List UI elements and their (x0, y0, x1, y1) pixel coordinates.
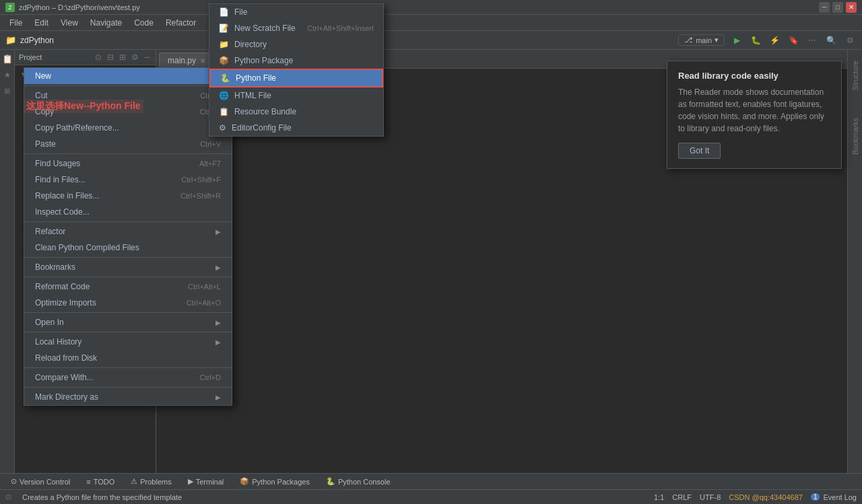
sub-new-scratch[interactable]: 📝 New Scratch File Ctrl+Alt+Shift+Insert (209, 20, 383, 36)
vcs-icon: ⊙ (11, 477, 17, 486)
ctx-refactor-arrow: ▶ (216, 228, 221, 236)
collapse-all-button[interactable]: ⊟ (106, 52, 115, 63)
python-console-icon: 🐍 (326, 477, 335, 486)
sub-resource-label: Resource Bundle (234, 107, 296, 116)
bottom-tab-terminal[interactable]: ▶ Terminal (181, 476, 231, 487)
ctx-paste[interactable]: Paste Ctrl+V (24, 136, 232, 152)
sub-html-file[interactable]: 🌐 HTML File (209, 87, 383, 104)
tab-main-py[interactable]: main.py ✕ (159, 52, 214, 68)
ctx-cut[interactable]: Cut Ctrl+X (24, 87, 232, 104)
branch-selector[interactable]: ⎇ main ▾ (678, 34, 725, 46)
bottom-tab-todo[interactable]: ≡ TODO (79, 476, 121, 487)
search-everywhere-button[interactable]: 🔍 (824, 34, 838, 47)
ctx-clean-compiled[interactable]: Clean Python Compiled Files (24, 240, 232, 256)
ctx-find-in-files[interactable]: Find in Files... Ctrl+Shift+F (24, 172, 232, 188)
bookmarks-tab[interactable]: Bookmarks (850, 112, 861, 160)
ctx-compare-shortcut: Ctrl+D (200, 373, 221, 382)
ctx-paste-label: Paste (35, 139, 56, 149)
project-folder-icon: 📁 (5, 35, 16, 45)
ctx-mark-directory[interactable]: Mark Directory as ▶ (24, 389, 232, 405)
menu-refactor[interactable]: Refactor (160, 17, 201, 29)
bottom-tab-vcs[interactable]: ⊙ Version Control (4, 476, 77, 487)
settings-button[interactable]: ⚙ (843, 34, 857, 47)
reader-popup-body: The Reader mode shows documentation as f… (678, 86, 830, 135)
package-icon: 📦 (219, 56, 229, 65)
watermark-text: CSDN @qq:43404687 (729, 493, 803, 501)
app-icon: Z (5, 3, 15, 12)
line-ending[interactable]: CRLF (672, 493, 692, 501)
sub-directory[interactable]: 📁 Directory (209, 36, 383, 52)
ctx-compare-with[interactable]: Compare With... Ctrl+D (24, 369, 232, 386)
locate-button[interactable]: ⊙ (94, 52, 103, 63)
bottom-tabs-bar: ⊙ Version Control ≡ TODO ⚠ Problems ▶ Te… (0, 473, 862, 489)
panel-toolbar: ⊙ ⊟ ⊞ ⚙ ─ (94, 52, 152, 63)
todo-icon: ≡ (86, 478, 90, 486)
bottom-tab-problems[interactable]: ⚠ Problems (124, 476, 178, 487)
branch-name: main (696, 36, 712, 44)
sub-editorconfig[interactable]: ⚙ EditorConfig File (209, 120, 383, 136)
sub-python-file[interactable]: 🐍 Python File (209, 69, 383, 87)
menu-file[interactable]: File (4, 17, 28, 29)
bottom-tab-python-packages[interactable]: 📦 Python Packages (233, 476, 317, 487)
directory-icon: 📁 (219, 40, 229, 49)
menu-edit[interactable]: Edit (29, 17, 54, 29)
panel-close-button[interactable]: ─ (143, 52, 152, 63)
project-sidebar-icon[interactable]: 📋 (1, 52, 13, 65)
event-log-area[interactable]: 1 Event Log (811, 493, 857, 501)
encoding[interactable]: UTF-8 (700, 493, 721, 501)
ctx-reformat[interactable]: Reformat Code Ctrl+Alt+L (24, 279, 232, 295)
ctx-replace-in-files[interactable]: Replace in Files... Ctrl+Shift+R (24, 188, 232, 204)
tab-main-close[interactable]: ✕ (200, 57, 205, 65)
ctx-inspect-code[interactable]: Inspect Code... (24, 204, 232, 220)
favorites-sidebar-icon[interactable]: ★ (1, 69, 13, 81)
sub-directory-label: Directory (234, 40, 267, 49)
status-text: Creates a Python file from the specified… (22, 493, 182, 501)
project-header: 📁 zdPython ⎇ main ▾ ▶ 🐛 ⚡ 🔖 ⋯ 🔍 ⚙ (0, 31, 862, 50)
got-it-button[interactable]: Got It (678, 143, 721, 159)
ctx-copy[interactable]: Copy Ctrl+C (24, 104, 232, 120)
window-controls: ─ □ ✕ (819, 2, 857, 13)
sub-python-package[interactable]: 📦 Python Package (209, 52, 383, 69)
ctx-copy-path[interactable]: Copy Path/Reference... (24, 120, 232, 136)
more-tools-button[interactable]: ⋯ (805, 34, 819, 47)
ctx-find-usages[interactable]: Find Usages Alt+F7 (24, 155, 232, 172)
run-button[interactable]: ▶ (730, 34, 743, 47)
new-submenu: 📄 File 📝 New Scratch File Ctrl+Alt+Shift… (209, 3, 384, 137)
sub-editorconfig-label: EditorConfig File (232, 123, 292, 133)
menu-code[interactable]: Code (129, 17, 159, 29)
close-button[interactable]: ✕ (846, 2, 857, 13)
sub-scratch-shortcut: Ctrl+Alt+Shift+Insert (307, 24, 374, 32)
structure-sidebar-icon[interactable]: ⊞ (1, 85, 13, 97)
ctx-sep-1 (24, 85, 232, 86)
ctx-mark-arrow: ▶ (216, 394, 221, 401)
ctx-new[interactable]: New ▶ (24, 68, 232, 84)
ctx-cut-label: Cut (35, 91, 48, 100)
profile-button[interactable]: ⚡ (768, 34, 781, 47)
debug-button[interactable]: 🐛 (749, 34, 762, 47)
status-right: 1:1 CRLF UTF-8 CSDN @qq:43404687 1 Event… (654, 493, 857, 501)
ctx-refactor[interactable]: Refactor ▶ (24, 223, 232, 240)
ctx-local-history[interactable]: Local History ▶ (24, 334, 232, 350)
structure-tab[interactable]: Structure (850, 55, 861, 96)
bottom-tab-python-console[interactable]: 🐍 Python Console (319, 476, 397, 487)
expand-all-button[interactable]: ⊞ (118, 52, 127, 63)
ctx-sep-6 (24, 312, 232, 313)
ctx-inspect-label: Inspect Code... (35, 207, 90, 217)
ctx-local-history-arrow: ▶ (216, 338, 221, 346)
cursor-position[interactable]: 1:1 (654, 493, 664, 501)
panel-settings-button[interactable]: ⚙ (130, 52, 140, 63)
ctx-find-shortcut: Ctrl+Shift+F (181, 176, 221, 184)
menu-view[interactable]: View (55, 17, 84, 29)
sub-file[interactable]: 📄 File (209, 4, 383, 20)
ctx-reload[interactable]: Reload from Disk (24, 350, 232, 366)
ctx-open-in[interactable]: Open In ▶ (24, 314, 232, 330)
coverage-button[interactable]: 🔖 (787, 34, 800, 47)
ctx-bookmarks[interactable]: Bookmarks ▶ (24, 259, 232, 275)
status-bar: ⊙ Creates a Python file from the specifi… (0, 489, 862, 504)
ctx-new-label: New (35, 71, 51, 81)
sub-resource-bundle[interactable]: 📋 Resource Bundle (209, 104, 383, 120)
minimize-button[interactable]: ─ (819, 2, 830, 13)
menu-navigate[interactable]: Navigate (85, 17, 127, 29)
ctx-optimize-imports[interactable]: Optimize Imports Ctrl+Alt+O (24, 295, 232, 311)
maximize-button[interactable]: □ (832, 2, 843, 13)
